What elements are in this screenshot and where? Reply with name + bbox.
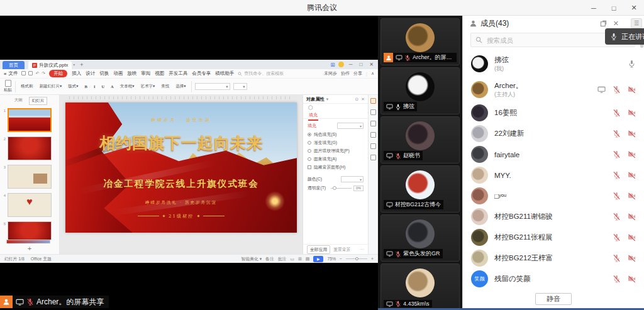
reading-view-icon[interactable]: ▤ xyxy=(306,257,310,262)
current-slide[interactable]: 峥嵘岁月 · 盛世华诞 相约国旗下一起向未来 冶金工程学院云线上升旗仪式班会 峥… xyxy=(65,102,297,233)
option-control[interactable] xyxy=(308,157,311,161)
fill-option[interactable]: 渐变填充(G) xyxy=(308,140,364,146)
print-icon[interactable] xyxy=(28,71,33,75)
thumbnail-tab[interactable]: 大纲 xyxy=(12,97,25,105)
pin-icon[interactable]: ⊙ xyxy=(355,97,358,102)
undo-icon[interactable]: ↶ xyxy=(35,71,39,76)
toolbar-item[interactable]: U xyxy=(99,83,106,90)
mute-button[interactable]: 静音 xyxy=(535,293,572,305)
camera-icon[interactable] xyxy=(628,192,636,200)
thumbnail-tab[interactable]: 幻灯片 xyxy=(29,97,48,105)
member-row[interactable]: 拂弦 (我) xyxy=(463,51,644,77)
sorter-view-icon[interactable]: ⊞ xyxy=(298,257,302,262)
slide-thumbnail-image[interactable] xyxy=(8,193,52,217)
minimize-button[interactable]: ─ xyxy=(584,0,604,16)
slide-thumbnail[interactable]: 3 xyxy=(1,165,57,189)
camera-icon[interactable] xyxy=(628,150,636,158)
pane-icon-4[interactable] xyxy=(370,132,376,138)
member-row[interactable]: MYY. xyxy=(463,165,644,185)
toolbar-item[interactable]: 艺术字▾ xyxy=(139,82,157,91)
notes-button[interactable]: 备注 xyxy=(265,256,274,262)
option-control[interactable] xyxy=(308,165,311,169)
wps-close-button[interactable]: ✕ xyxy=(367,62,375,67)
camera-icon[interactable] xyxy=(628,109,636,117)
slide-thumbnail[interactable]: 1 xyxy=(1,108,57,132)
font-select[interactable]: ▾ xyxy=(195,83,230,90)
popout-icon[interactable] xyxy=(600,20,607,27)
mic-icon[interactable] xyxy=(613,192,621,200)
toolbar-item[interactable]: 文本框▾ xyxy=(118,82,136,91)
pane-icon-6[interactable] xyxy=(370,155,376,160)
close-button[interactable]: ✕ xyxy=(624,0,644,16)
wps-document-tab[interactable]: P 升旗仪式.pptx xyxy=(28,61,72,69)
camera-icon[interactable] xyxy=(628,254,636,262)
slide-thumbnail-image[interactable] xyxy=(8,221,52,240)
option-control[interactable] xyxy=(308,141,311,145)
color-dropdown[interactable]: ▾ xyxy=(341,176,364,182)
maximize-button[interactable]: □ xyxy=(604,0,624,16)
menu-right-item[interactable]: 协作 xyxy=(341,70,350,77)
opacity-slider[interactable] xyxy=(331,188,352,189)
video-tile[interactable]: 4.435km\s xyxy=(380,263,460,310)
menu-item[interactable]: 审阅 xyxy=(141,70,150,77)
mic-icon[interactable] xyxy=(613,150,621,158)
pane-icon-3[interactable] xyxy=(370,121,376,126)
video-tile[interactable]: 材控BG212古博今 xyxy=(380,165,460,213)
toolbar-item[interactable]: 新建幻灯片▾ xyxy=(38,82,64,91)
slide-thumbnail-image[interactable] xyxy=(8,165,52,189)
fill-option[interactable]: 图片或纹理填充(P) xyxy=(308,148,364,154)
tab-caret-icon[interactable]: ▾ xyxy=(73,62,75,67)
close-panel-icon[interactable]: ✕ xyxy=(361,97,365,102)
toolbar-item[interactable]: 格式刷 xyxy=(19,82,35,91)
menu-item[interactable]: 开发工具 xyxy=(169,70,187,77)
paste-button[interactable]: 粘贴 xyxy=(4,80,12,93)
camera-icon[interactable] xyxy=(628,275,636,283)
member-row[interactable]: □ʸᵒᵘ xyxy=(463,185,644,206)
zoom-out-button[interactable]: − xyxy=(340,257,342,261)
member-row[interactable]: 材控BG212王梓富 xyxy=(463,248,644,268)
more-options-icon[interactable]: ··· xyxy=(360,247,364,252)
menu-right-item[interactable]: 未同步 xyxy=(324,70,337,77)
zoom-in-button[interactable]: + xyxy=(371,257,374,261)
mic-icon[interactable] xyxy=(613,254,621,262)
option-control[interactable] xyxy=(308,133,311,136)
opacity-value[interactable]: 0% xyxy=(353,185,364,191)
collapse-ribbon-icon[interactable]: ∧ xyxy=(371,71,374,76)
wps-minimize-button[interactable]: ─ xyxy=(347,62,355,67)
slide-thumbnail-image[interactable] xyxy=(8,136,52,160)
mic-icon[interactable] xyxy=(613,86,621,94)
properties-caret-icon[interactable]: ▾ xyxy=(326,97,328,102)
camera-icon[interactable] xyxy=(628,86,636,94)
mic-icon[interactable] xyxy=(613,109,621,117)
video-tile[interactable]: 拂弦 xyxy=(380,67,460,114)
camera-icon[interactable] xyxy=(628,130,636,138)
member-row[interactable]: 16姜熙 xyxy=(463,102,644,123)
menu-item[interactable]: 视图 xyxy=(155,70,164,77)
camera-icon[interactable] xyxy=(628,233,636,241)
menu-item[interactable]: 放映 xyxy=(127,70,136,77)
apply-all-button[interactable]: 全部应用 xyxy=(307,245,330,254)
slideshow-play-button[interactable]: ▶ xyxy=(313,256,323,262)
toolbar-item[interactable]: I xyxy=(92,83,97,90)
mic-icon[interactable] xyxy=(628,60,636,68)
camera-icon[interactable] xyxy=(628,171,636,179)
fill-preset-dropdown[interactable]: ▾ xyxy=(337,123,364,129)
new-tab-button[interactable]: + xyxy=(80,62,83,68)
wps-maximize-button[interactable]: □ xyxy=(357,62,364,67)
reset-background-link[interactable]: 重置背景 xyxy=(333,246,350,253)
normal-view-icon[interactable]: ▭ xyxy=(290,257,294,262)
fill-option[interactable]: 图案填充(A) xyxy=(308,156,364,162)
option-control[interactable] xyxy=(308,149,311,153)
slide-thumbnail[interactable]: 5 xyxy=(1,221,57,240)
pane-icon-2[interactable] xyxy=(370,109,376,115)
beautify-button[interactable]: 智能美化 ▾ xyxy=(242,256,262,262)
menu-item[interactable]: 会员专享 xyxy=(192,70,211,77)
wps-command-search[interactable]: 查找命令、搜索模板 xyxy=(238,70,284,77)
menu-item[interactable]: 稿纸助手 xyxy=(215,70,234,77)
toolbar-item[interactable]: 选择▾ xyxy=(174,82,187,91)
menu-item[interactable]: 插入 xyxy=(72,70,81,77)
add-slide-button[interactable]: + xyxy=(0,243,59,254)
mic-icon[interactable] xyxy=(613,275,621,283)
member-row[interactable]: 笑颜 残留の笑颜 xyxy=(463,268,644,289)
menu-item[interactable]: 设计 xyxy=(86,70,95,77)
